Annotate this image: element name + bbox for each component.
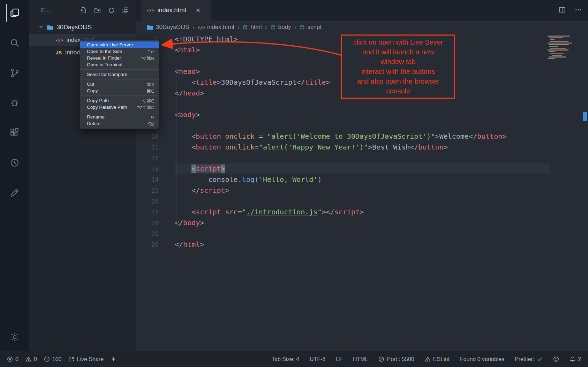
status-label: 0	[15, 356, 18, 362]
menu-item-label: Select for Compare	[87, 72, 127, 77]
annotation-box: click on open with Live Severand it will…	[341, 35, 455, 99]
menu-item-open-to-the-side[interactable]: Open to the Side⌃↩	[80, 48, 159, 55]
debug-activity-button[interactable]	[6, 94, 23, 112]
code-text: <body>	[175, 109, 550, 120]
html-icon: </>	[197, 25, 204, 30]
close-icon[interactable]: ×	[196, 7, 201, 14]
chevron-down-icon[interactable]	[38, 24, 44, 31]
search-activity-button[interactable]	[6, 34, 23, 52]
split-editor-button[interactable]	[559, 6, 566, 15]
code-line-18[interactable]: 18</body>	[136, 217, 588, 228]
menu-shortcut: ⌃↩	[146, 49, 154, 54]
code-text: console.log('Hello, World')	[175, 174, 550, 185]
tab-label: index.html	[157, 7, 186, 14]
history-activity-button[interactable]	[6, 154, 23, 171]
status-100[interactable]: 100	[44, 356, 62, 362]
menu-item-reveal-in-finder[interactable]: Reveal in Finder⌥⌘R	[80, 55, 159, 61]
status-html[interactable]: HTML	[353, 356, 368, 362]
extensions-activity-button[interactable]	[6, 124, 23, 142]
breadcrumb-item-html[interactable]: html	[242, 24, 262, 31]
code-line-20[interactable]: 20</html>	[136, 239, 588, 250]
menu-item-copy-relative-path[interactable]: Copy Relative Path⌥⇧⌘C	[80, 104, 159, 110]
status-smiley-icon[interactable]	[553, 356, 559, 362]
tab-index-html[interactable]: </> index.html ×	[141, 0, 211, 21]
code-line-14[interactable]: 14 console.log('Hello, World')	[136, 174, 588, 185]
status-label: Port : 5500	[387, 356, 414, 362]
pen-activity-button[interactable]	[6, 184, 23, 201]
vscode-window: E… 30DaysOfJS </>index.htmlJSintroductio…	[0, 0, 588, 367]
code-line-11[interactable]: 11 <button onclick="alert('Happy New Yea…	[136, 142, 588, 153]
new-folder-button[interactable]	[93, 6, 101, 15]
status-label: Prettier:	[515, 356, 534, 362]
menu-item-label: Reveal in Finder	[87, 55, 121, 61]
code-line-17[interactable]: 17 <script src="./introduction.js"></scr…	[136, 207, 588, 217]
line-number: 15	[136, 185, 159, 196]
code-line-10[interactable]: 10 <button onclick = "alert('Welcome to …	[136, 131, 588, 142]
status-label: LF	[336, 356, 342, 362]
status-label: 2	[578, 356, 581, 362]
breadcrumb-item-script[interactable]: script	[299, 24, 322, 31]
minimap[interactable]	[548, 36, 578, 60]
menu-item-copy[interactable]: Copy⌘C	[80, 87, 159, 94]
refresh-button[interactable]	[107, 6, 115, 15]
menu-item-delete[interactable]: Delete⌫	[80, 120, 159, 127]
line-number: 16	[136, 196, 159, 207]
more-actions-button[interactable]	[575, 6, 582, 15]
menu-shortcut: ⌥⌘R	[141, 55, 154, 61]
menu-item-cut[interactable]: Cut⌘X	[80, 81, 159, 87]
activity-bar	[0, 0, 29, 351]
explorer-header: E…	[29, 0, 136, 21]
code-line-7[interactable]: 7	[136, 99, 588, 109]
js-icon: JS	[56, 50, 62, 55]
breadcrumb-item-body[interactable]: body	[270, 24, 291, 31]
code-line-12[interactable]: 12	[136, 153, 588, 163]
menu-shortcut: ⌥⌘C	[141, 98, 154, 104]
line-number: 11	[136, 142, 159, 153]
status-port-5500[interactable]: Port : 5500	[378, 356, 414, 362]
breadcrumb-item-30daysofjs[interactable]: 30DaysOfJS	[147, 24, 189, 31]
status-label: Tab Size: 4	[272, 356, 299, 362]
settings-gear-activity-button[interactable]	[6, 328, 23, 346]
code-line-16[interactable]: 16	[136, 196, 588, 207]
status-lightning-icon[interactable]	[111, 356, 116, 362]
collapse-all-button[interactable]	[121, 6, 129, 15]
menu-item-copy-path[interactable]: Copy Path⌥⌘C	[80, 97, 159, 104]
status-lf[interactable]: LF	[336, 356, 342, 362]
breadcrumb-label: body	[278, 24, 291, 31]
status-0[interactable]: 0	[25, 356, 37, 362]
status-eslint[interactable]: ESLint	[425, 356, 450, 362]
status-utf-8[interactable]: UTF-8	[310, 356, 325, 362]
status-live-share[interactable]: Live Share	[69, 356, 104, 362]
source-control-activity-button[interactable]	[6, 64, 23, 82]
status-found-0-variables[interactable]: Found 0 variables	[460, 356, 504, 362]
menu-item-open-in-terminal[interactable]: Open in Terminal	[80, 61, 159, 68]
breadcrumb-item-index-html[interactable]: </>index.html	[197, 24, 234, 31]
status-tab-size-4[interactable]: Tab Size: 4	[272, 356, 299, 362]
code-line-9[interactable]: 9	[136, 120, 588, 131]
status-bar: 00100Live Share Tab Size: 4UTF-8LFHTMLPo…	[0, 351, 588, 367]
code-text: </script>	[175, 185, 550, 196]
root-folder-item[interactable]: 30DaysOfJS	[29, 21, 136, 34]
files-activity-button[interactable]	[6, 4, 23, 22]
warning-icon	[425, 356, 431, 362]
menu-item-rename[interactable]: Rename↩	[80, 114, 159, 120]
editor-actions	[559, 0, 582, 21]
code-text: </body>	[175, 217, 550, 228]
annotation-text-line: click on open with Live Sever	[343, 37, 453, 47]
status-2[interactable]: 2	[570, 356, 581, 362]
status-0[interactable]: 0	[7, 356, 18, 362]
history-icon	[9, 158, 20, 168]
status-prettier[interactable]: Prettier:	[515, 356, 543, 362]
code-line-15[interactable]: 15 </script>	[136, 185, 588, 196]
code-line-13[interactable]: 13 <script>	[136, 163, 588, 174]
code-text	[175, 228, 550, 239]
new-file-icon	[80, 7, 87, 14]
breadcrumb-label: html	[250, 24, 262, 31]
code-line-8[interactable]: 8<body>	[136, 109, 588, 120]
menu-item-open-with-live-server[interactable]: Open with Live Server	[80, 41, 159, 48]
scrollbar-marker	[583, 112, 587, 121]
collapse-all-icon	[122, 7, 129, 14]
new-file-button[interactable]	[79, 6, 88, 15]
code-line-19[interactable]: 19	[136, 228, 588, 239]
menu-item-select-for-compare[interactable]: Select for Compare	[80, 71, 159, 78]
